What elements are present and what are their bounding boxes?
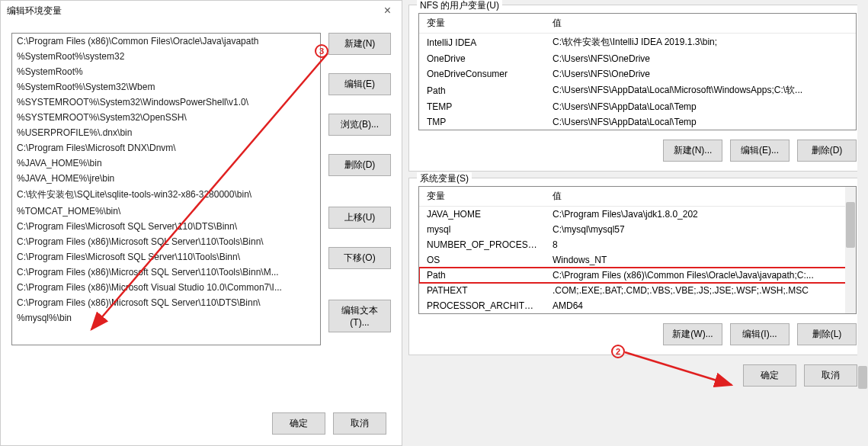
moveup-button[interactable]: 上移(U) xyxy=(328,207,391,229)
footer-cancel-button[interactable]: 取消 xyxy=(804,364,857,387)
path-item[interactable]: C:\Program Files (x86)\Microsoft SQL Ser… xyxy=(12,295,320,310)
var-name: Path xyxy=(419,268,545,283)
path-item[interactable]: C:\Program Files (x86)\Microsoft SQL Ser… xyxy=(12,234,320,249)
path-item[interactable]: C:\Program Files\Microsoft DNX\Dnvm\ xyxy=(12,140,320,156)
var-value: C:\Program Files\Java\jdk1.8.0_202 xyxy=(545,207,856,223)
path-item[interactable]: %SYSTEMROOT%\System32\OpenSSH\ xyxy=(12,110,320,125)
var-value: .COM;.EXE;.BAT;.CMD;.VBS;.VBE;.JS;.JSE;.… xyxy=(545,283,856,298)
table-row[interactable]: PROCESSOR_ARCHITECT...AMD64 xyxy=(419,298,856,313)
sys-edit-button[interactable]: 编辑(I)... xyxy=(730,323,790,345)
var-value: C:\mysql\mysql57 xyxy=(545,222,856,237)
sys-vars-title: 系统变量(S) xyxy=(417,172,472,185)
path-item[interactable]: %mysql%\bin xyxy=(12,310,320,326)
var-name: PROCESSOR_ARCHITECT... xyxy=(419,298,545,313)
path-item[interactable]: C:\Program Files\Microsoft SQL Server\11… xyxy=(12,249,320,265)
cancel-button[interactable]: 取消 xyxy=(333,412,386,435)
table-row[interactable]: OneDriveC:\Users\NFS\OneDrive xyxy=(419,51,856,66)
sys-vars-table: 变量 值 JAVA_HOMEC:\Program Files\Java\jdk1… xyxy=(419,187,856,313)
var-name: OneDrive xyxy=(419,51,545,66)
new-button[interactable]: 新建(N) xyxy=(328,33,391,55)
path-item[interactable]: C:\软件安装包\SQLite\sqlite-tools-win32-x86-3… xyxy=(12,186,320,204)
button-column: 新建(N) 编辑(E) 浏览(B)... 删除(D) 上移(U) 下移(O) 编… xyxy=(328,33,391,345)
path-item[interactable]: %JAVA_HOME%\jre\bin xyxy=(12,171,320,186)
table-row[interactable]: PathC:\Program Files (x86)\Common Files\… xyxy=(419,268,856,283)
var-value: C:\Users\NFS\OneDrive xyxy=(545,66,856,82)
var-name: PATHEXT xyxy=(419,283,545,298)
path-item[interactable]: C:\Program Files (x86)\Microsoft Visual … xyxy=(12,280,320,295)
close-icon[interactable]: × xyxy=(380,4,396,18)
dialog-title: 编辑环境变量 xyxy=(7,5,62,18)
col-val[interactable]: 值 xyxy=(545,187,856,207)
user-vars-title: NFS 的用户变量(U) xyxy=(417,0,502,12)
edit-button[interactable]: 编辑(E) xyxy=(328,73,391,95)
browse-button[interactable]: 浏览(B)... xyxy=(328,114,391,136)
var-value: C:\Users\NFS\AppData\Local\Temp xyxy=(545,99,856,114)
path-item[interactable]: %SystemRoot% xyxy=(12,64,320,79)
user-vars-table: 变量 值 IntelliJ IDEAC:\软件安装包\IntelliJ IDEA… xyxy=(419,14,856,130)
path-item[interactable]: %JAVA_HOME%\bin xyxy=(12,156,320,171)
var-name: NUMBER_OF_PROCESSORS xyxy=(419,237,545,252)
annotation-3: 3 xyxy=(315,44,328,58)
table-row[interactable]: OSWindows_NT xyxy=(419,252,856,268)
var-name: TEMP xyxy=(419,99,545,114)
table-row[interactable]: PathC:\Users\NFS\AppData\Local\Microsoft… xyxy=(419,82,856,99)
annotation-2: 2 xyxy=(611,345,625,358)
user-vars-table-wrap[interactable]: 变量 值 IntelliJ IDEAC:\软件安装包\IntelliJ IDEA… xyxy=(418,13,857,130)
var-value: 8 xyxy=(545,237,856,252)
table-row[interactable]: JAVA_HOMEC:\Program Files\Java\jdk1.8.0_… xyxy=(419,207,856,223)
var-name: JAVA_HOME xyxy=(419,207,545,223)
var-value: C:\Users\NFS\AppData\Local\Temp xyxy=(545,114,856,130)
col-var[interactable]: 变量 xyxy=(419,14,545,34)
table-row[interactable]: mysqlC:\mysql\mysql57 xyxy=(419,222,856,237)
var-name: mysql xyxy=(419,222,545,237)
edit-env-dialog: 编辑环境变量 × C:\Program Files (x86)\Common F… xyxy=(0,0,402,446)
table-row[interactable]: NUMBER_OF_PROCESSORS8 xyxy=(419,237,856,252)
path-item[interactable]: %SystemRoot%\System32\Wbem xyxy=(12,79,320,95)
user-edit-button[interactable]: 编辑(E)... xyxy=(730,140,790,162)
path-list[interactable]: C:\Program Files (x86)\Common Files\Orac… xyxy=(11,33,321,345)
footer-ok-button[interactable]: 确定 xyxy=(743,364,796,387)
path-item[interactable]: C:\Program Files (x86)\Common Files\Orac… xyxy=(12,34,320,49)
var-value: AMD64 xyxy=(545,298,856,313)
var-name: OneDriveConsumer xyxy=(419,66,545,82)
var-value: C:\Users\NFS\OneDrive xyxy=(545,51,856,66)
page-scrollbar[interactable] xyxy=(857,0,868,446)
edittext-button[interactable]: 编辑文本(T)... xyxy=(328,300,391,332)
sys-vars-table-wrap[interactable]: 变量 值 JAVA_HOMEC:\Program Files\Java\jdk1… xyxy=(418,186,857,314)
table-row[interactable]: TEMPC:\Users\NFS\AppData\Local\Temp xyxy=(419,99,856,114)
movedown-button[interactable]: 下移(O) xyxy=(328,247,391,269)
var-value: C:\软件安装包\IntelliJ IDEA 2019.1.3\bin; xyxy=(545,34,856,52)
col-var[interactable]: 变量 xyxy=(419,187,545,207)
path-item[interactable]: C:\Program Files (x86)\Microsoft SQL Ser… xyxy=(12,265,320,280)
scrollbar[interactable] xyxy=(845,187,856,313)
col-val[interactable]: 值 xyxy=(545,14,856,34)
table-row[interactable]: OneDriveConsumerC:\Users\NFS\OneDrive xyxy=(419,66,856,82)
var-name: IntelliJ IDEA xyxy=(419,34,545,52)
sys-vars-group: 系统变量(S) 变量 值 JAVA_HOMEC:\Program Files\J… xyxy=(408,178,866,355)
sys-delete-button[interactable]: 删除(L) xyxy=(797,323,857,345)
dialog-footer-buttons: 确定 取消 xyxy=(272,412,386,435)
var-name: Path xyxy=(419,82,545,99)
var-name: OS xyxy=(419,252,545,268)
path-item[interactable]: C:\Program Files\Microsoft SQL Server\11… xyxy=(12,219,320,234)
var-value: C:\Program Files (x86)\Common Files\Orac… xyxy=(545,268,856,283)
path-item[interactable]: %SYSTEMROOT%\System32\WindowsPowerShell\… xyxy=(12,95,320,110)
ok-button[interactable]: 确定 xyxy=(272,412,325,435)
var-value: C:\Users\NFS\AppData\Local\Microsoft\Win… xyxy=(545,82,856,99)
env-vars-panel: NFS 的用户变量(U) 变量 值 IntelliJ IDEAC:\软件安装包\… xyxy=(408,0,868,446)
table-row[interactable]: PATHEXT.COM;.EXE;.BAT;.CMD;.VBS;.VBE;.JS… xyxy=(419,283,856,298)
user-delete-button[interactable]: 删除(D) xyxy=(797,140,857,162)
table-row[interactable]: TMPC:\Users\NFS\AppData\Local\Temp xyxy=(419,114,856,130)
var-value: Windows_NT xyxy=(545,252,856,268)
user-new-button[interactable]: 新建(N)... xyxy=(663,140,722,162)
sys-new-button[interactable]: 新建(W)... xyxy=(663,323,722,345)
delete-button[interactable]: 删除(D) xyxy=(328,154,391,176)
path-item[interactable]: %USERPROFILE%\.dnx\bin xyxy=(12,125,320,140)
path-item[interactable]: %SystemRoot%\system32 xyxy=(12,49,320,64)
table-row[interactable]: IntelliJ IDEAC:\软件安装包\IntelliJ IDEA 2019… xyxy=(419,34,856,52)
path-item[interactable]: %TOMCAT_HOME%\bin\ xyxy=(12,204,320,219)
user-vars-group: NFS 的用户变量(U) 变量 值 IntelliJ IDEAC:\软件安装包\… xyxy=(408,5,866,172)
var-name: TMP xyxy=(419,114,545,130)
